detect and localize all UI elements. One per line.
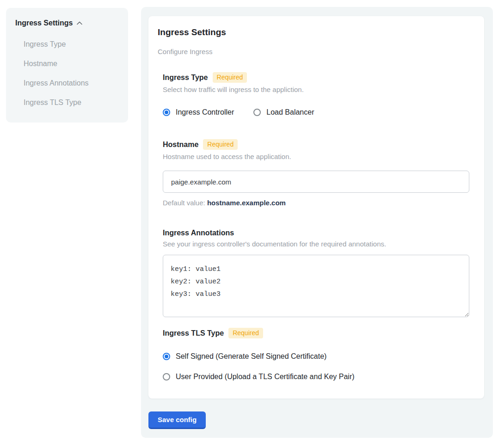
sidebar-section-title: Ingress Settings: [15, 19, 73, 27]
ingress-type-description: Select how traffic will ingress to the a…: [163, 86, 470, 93]
default-value-text: hostname.example.com: [207, 199, 286, 207]
sidebar-item-ingress-tls-type[interactable]: Ingress TLS Type: [15, 98, 119, 107]
ingress-settings-card: Ingress Settings Configure Ingress Ingre…: [148, 16, 484, 399]
sidebar-section-ingress-settings[interactable]: Ingress Settings: [15, 19, 119, 27]
radio-option-self-signed[interactable]: Self Signed (Generate Self Signed Certif…: [163, 352, 470, 361]
radio-unselected-icon[interactable]: [163, 373, 170, 380]
radio-option-label: Ingress Controller: [176, 108, 234, 117]
hostname-description: Hostname used to access the application.: [163, 153, 470, 160]
hostname-label: Hostname: [163, 141, 198, 149]
hostname-input[interactable]: [163, 171, 469, 193]
required-badge: Required: [228, 328, 263, 338]
sidebar-item-hostname[interactable]: Hostname: [15, 59, 119, 68]
sidebar-item-ingress-type[interactable]: Ingress Type: [15, 40, 119, 49]
radio-unselected-icon[interactable]: [253, 109, 261, 116]
ingress-annotations-description: See your ingress controller's documentat…: [163, 240, 470, 248]
save-config-button[interactable]: Save config: [148, 411, 206, 429]
hostname-section: Hostname Required Hostname used to acces…: [163, 139, 470, 207]
default-value-prefix: Default value:: [163, 199, 207, 207]
radio-option-label: Self Signed (Generate Self Signed Certif…: [176, 352, 326, 361]
radio-option-ingress-controller[interactable]: Ingress Controller: [163, 108, 234, 117]
ingress-annotations-textarea[interactable]: key1: value1 key2: value2 key3: value3: [163, 255, 469, 317]
ingress-annotations-label: Ingress Annotations: [163, 229, 234, 237]
ingress-type-section: Ingress Type Required Select how traffic…: [163, 72, 470, 117]
page-subtitle: Configure Ingress: [158, 48, 475, 55]
hostname-default-line: Default value: hostname.example.com: [163, 199, 470, 207]
required-badge: Required: [213, 72, 247, 83]
radio-option-label: Load Balancer: [266, 108, 314, 117]
ingress-annotations-section: Ingress Annotations See your ingress con…: [163, 229, 470, 317]
radio-option-label: User Provided (Upload a TLS Certificate …: [176, 373, 355, 381]
sidebar: Ingress Settings Ingress Type Hostname I…: [6, 8, 128, 123]
required-badge: Required: [203, 139, 238, 150]
chevron-up-icon: [76, 20, 83, 26]
radio-selected-icon[interactable]: [163, 109, 170, 116]
radio-option-user-provided[interactable]: User Provided (Upload a TLS Certificate …: [163, 373, 470, 381]
ingress-tls-type-label: Ingress TLS Type: [163, 329, 224, 338]
main-panel: Ingress Settings Configure Ingress Ingre…: [141, 7, 493, 438]
page-title: Ingress Settings: [158, 27, 475, 37]
ingress-tls-type-section: Ingress TLS Type Required Self Signed (G…: [163, 328, 470, 381]
sidebar-item-ingress-annotations[interactable]: Ingress Annotations: [15, 79, 119, 87]
ingress-type-label: Ingress Type: [163, 74, 208, 82]
radio-option-load-balancer[interactable]: Load Balancer: [253, 108, 314, 117]
radio-selected-icon[interactable]: [163, 353, 170, 360]
